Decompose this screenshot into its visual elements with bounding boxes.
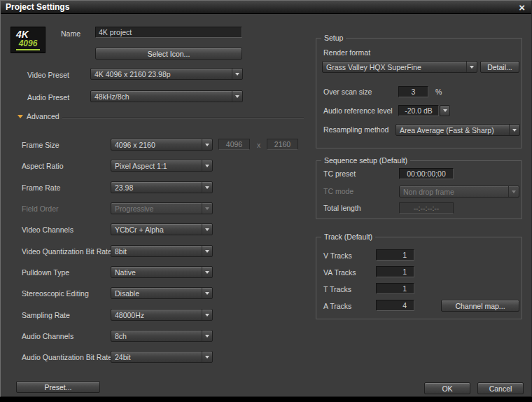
sampling-rate-select[interactable]: 48000Hz (111, 309, 213, 321)
video-quantization-select[interactable]: 8bit (111, 245, 213, 257)
video-channels-value: YCbCr + Alpha (111, 226, 202, 234)
render-format-select[interactable]: Grass Valley HQX SuperFine (322, 61, 477, 73)
project-icon-underline (16, 49, 40, 50)
tc-mode-select: Non drop frame (399, 186, 519, 197)
video-channels-label: Video Channels (22, 226, 74, 234)
preset-button[interactable]: Preset... (16, 381, 100, 393)
sampling-rate-label: Sampling Rate (22, 311, 70, 319)
detail-button[interactable]: Detail... (480, 61, 519, 73)
va-tracks-input[interactable] (376, 266, 414, 277)
chevron-down-icon (466, 62, 477, 72)
chevron-down-icon (202, 160, 212, 171)
overscan-input[interactable] (398, 86, 428, 97)
sequence-setup-group: Sequence setup (Default) TC preset TC mo… (316, 160, 522, 219)
pulldown-type-value: Native (111, 268, 202, 277)
tc-mode-label: TC mode (323, 187, 354, 195)
title-bar: Project Settings × (1, 1, 531, 14)
chevron-down-icon (202, 224, 212, 235)
dialog-title: Project Settings (6, 2, 517, 12)
frame-width-input (218, 139, 250, 150)
chevron-down-icon (202, 331, 212, 341)
channel-map-button[interactable]: Channel map... (441, 300, 519, 312)
t-tracks-label: T Tracks (323, 285, 351, 293)
advanced-label: Advanced (27, 112, 59, 120)
chevron-down-icon (202, 288, 212, 298)
frame-rate-select[interactable]: 23.98 (111, 181, 213, 193)
audio-reference-input[interactable] (398, 105, 439, 116)
audio-reference-label: Audio reference level (323, 106, 393, 115)
sequence-group-title: Sequence setup (Default) (321, 156, 410, 165)
field-order-row: Field Order Progressive (1, 202, 309, 214)
resampling-select[interactable]: Area Average (Fast & Sharp) (396, 124, 520, 136)
chevron-down-icon (202, 352, 212, 362)
stereoscopic-editing-row: Stereoscopic Editing Disable (1, 287, 309, 299)
advanced-section-toggle[interactable]: Advanced (18, 112, 59, 120)
frame-size-label: Frame Size (22, 141, 59, 149)
frame-size-value: 4096 x 2160 (111, 141, 202, 149)
pulldown-type-label: Pulldown Type (22, 268, 69, 277)
track-group: Track (Default) V Tracks VA Tracks T Tra… (316, 237, 522, 319)
stereoscopic-editing-label: Stereoscopic Editing (22, 289, 89, 298)
video-quantization-label: Video Quantization Bit Rate (22, 247, 112, 256)
select-icon-button[interactable]: Select Icon... (95, 48, 242, 60)
render-format-label: Render format (323, 48, 370, 57)
audio-preset-label: Audio Preset (27, 93, 69, 102)
video-preset-label: Video Preset (27, 71, 69, 79)
video-preset-select[interactable]: 4K 4096 x 2160 23.98p (90, 68, 243, 80)
cancel-button[interactable]: Cancel (477, 382, 524, 394)
chevron-down-icon (202, 267, 212, 277)
audio-channels-select[interactable]: 8ch (111, 330, 213, 342)
chevron-down-icon (508, 186, 519, 197)
frame-height-input (267, 139, 298, 150)
triangle-down-icon (18, 115, 23, 118)
overscan-label: Over scan size (323, 88, 372, 96)
video-channels-select[interactable]: YCbCr + Alpha (111, 223, 213, 235)
field-order-label: Field Order (22, 205, 59, 213)
total-length-input (399, 202, 454, 214)
frame-rate-row: Frame Rate 23.98 (1, 181, 309, 193)
stereoscopic-editing-select[interactable]: Disable (111, 287, 213, 299)
overscan-unit-label: % (435, 88, 442, 96)
audio-preset-select[interactable]: 48kHz/8ch (90, 90, 243, 102)
tc-mode-value: Non drop frame (400, 188, 508, 196)
chevron-down-icon (232, 69, 242, 79)
frame-rate-label: Frame Rate (22, 183, 60, 192)
field-order-value: Progressive (111, 205, 202, 213)
aspect-ratio-select[interactable]: Pixel Aspect 1:1 (111, 160, 213, 172)
va-tracks-label: VA Tracks (323, 268, 356, 277)
total-length-label: Total length (323, 204, 361, 212)
frame-size-select[interactable]: 4096 x 2160 (111, 139, 213, 151)
audio-channels-value: 8ch (111, 332, 202, 340)
audio-quantization-select[interactable]: 24bit (111, 351, 213, 363)
sampling-rate-row: Sampling Rate 48000Hz (1, 309, 309, 321)
pulldown-type-row: Pulldown Type Native (1, 266, 309, 278)
frame-size-x-label: x (257, 141, 260, 149)
chevron-down-icon (202, 246, 212, 256)
v-tracks-label: V Tracks (323, 251, 352, 260)
aspect-ratio-value: Pixel Aspect 1:1 (111, 162, 202, 170)
audio-quantization-value: 24bit (111, 353, 202, 361)
v-tracks-input[interactable] (376, 249, 414, 261)
audio-channels-label: Audio Channels (22, 332, 74, 340)
audio-quantization-label: Audio Quantization Bit Rate (22, 353, 112, 361)
pulldown-type-select[interactable]: Native (111, 266, 213, 278)
a-tracks-label: A Tracks (323, 302, 351, 310)
chevron-down-icon (202, 203, 212, 214)
project-icon: 4K 4096 (10, 27, 46, 53)
a-tracks-input[interactable] (376, 300, 414, 311)
audio-reference-spinner[interactable] (440, 105, 450, 116)
ok-button[interactable]: OK (424, 382, 470, 394)
aspect-ratio-label: Aspect Ratio (22, 162, 64, 170)
name-input[interactable] (95, 27, 242, 38)
tc-preset-input[interactable] (399, 168, 454, 179)
project-icon-4096-text: 4096 (19, 39, 38, 48)
advanced-divider (62, 117, 304, 118)
sampling-rate-value: 48000Hz (111, 311, 202, 319)
t-tracks-input[interactable] (376, 283, 414, 294)
close-icon[interactable]: × (517, 2, 526, 13)
frame-rate-value: 23.98 (111, 183, 202, 192)
project-settings-dialog: Project Settings × 4K 4096 Name Select I… (0, 0, 532, 397)
project-icon-4k-text: 4K (11, 30, 29, 39)
name-label: Name (61, 29, 80, 38)
chevron-down-icon (443, 109, 447, 112)
